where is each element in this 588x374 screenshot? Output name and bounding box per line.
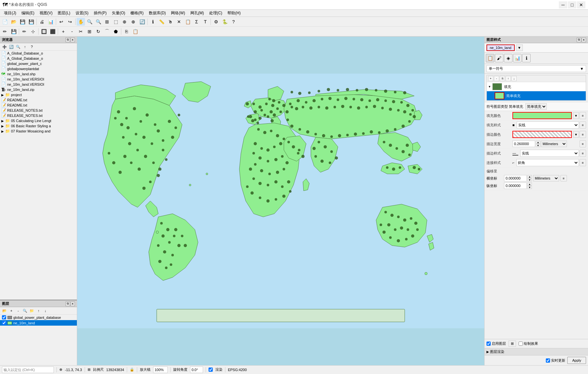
layers-tb-group[interactable]: 📁 <box>29 308 35 314</box>
symbol-tree-dup-btn[interactable]: ⎘ <box>500 76 505 81</box>
tb-pan[interactable]: ✋ <box>77 18 85 26</box>
menu-plugins[interactable]: 插件(P) <box>91 10 109 17</box>
layer-style-undock-btn[interactable]: ⧉ <box>577 38 581 42</box>
tb-simplify[interactable]: ⌒ <box>103 28 111 35</box>
stroke-width-options-btn[interactable]: ≡ <box>580 140 586 147</box>
tb-edit-mode[interactable]: ✏ <box>1 28 9 35</box>
tb-paste-feature[interactable]: 📋 <box>131 28 139 35</box>
render-checkbox[interactable] <box>209 368 213 372</box>
tb-zoom-full[interactable]: ⊞ <box>103 18 111 26</box>
draw-effects-checkbox[interactable] <box>519 342 523 346</box>
rotation-input[interactable] <box>190 367 203 373</box>
menu-project[interactable]: 项目(J) <box>1 10 19 17</box>
tree-item-05[interactable]: ▶ 📁 05 Calculating Line Lengt <box>0 118 77 123</box>
enable-layer-checkbox[interactable] <box>486 342 491 346</box>
join-style-select[interactable]: 斜角 <box>516 159 579 166</box>
tb-split[interactable]: ✂ <box>77 28 85 35</box>
fill-style-options-btn[interactable]: ≡ <box>580 121 586 129</box>
tree-item-5[interactable]: 📄 ne_10m_land.VERSIOI <box>0 77 77 82</box>
tb-deselect[interactable]: ✕ <box>175 18 183 26</box>
stroke-width-down[interactable]: ▼ <box>536 144 540 147</box>
tree-item-proj[interactable]: ▶ 📁 project <box>0 92 77 97</box>
layers-close-btn[interactable]: ✕ <box>70 302 75 306</box>
map-area[interactable] <box>77 37 484 365</box>
browser-tb-help[interactable]: ? <box>29 44 35 50</box>
tb-delete-feature[interactable]: - <box>68 28 76 35</box>
fill-color-options-btn[interactable]: ≡ <box>580 112 586 119</box>
stroke-color-picker[interactable] <box>512 131 572 138</box>
menu-view[interactable]: 视图(V) <box>37 10 55 17</box>
offset-x-up[interactable]: ▲ <box>527 175 532 178</box>
menu-layer[interactable]: 图层(L) <box>55 10 73 17</box>
layers-tb-add[interactable]: + <box>8 308 15 314</box>
enable-layer-label-group[interactable]: 启用图层 <box>486 341 506 346</box>
tree-item-release2[interactable]: 📝 RELEASE_NOTES.txt <box>0 113 77 118</box>
browser-undock-btn[interactable]: ⧉ <box>66 38 70 42</box>
layer-item-global[interactable]: global_power_plant_database <box>0 315 77 320</box>
tb-snap2[interactable]: ⬛ <box>48 28 57 35</box>
offset-x-unit[interactable]: Millimeters <box>533 175 559 181</box>
stroke-width-unit-select[interactable]: Millimeters <box>541 141 567 147</box>
tb-measure[interactable]: 📏 <box>157 18 166 26</box>
offset-x-options[interactable]: ≡ <box>560 175 567 181</box>
stroke-width-up[interactable]: ▲ <box>536 141 540 144</box>
tb-identify[interactable]: ℹ <box>149 18 157 26</box>
fill-color-picker[interactable] <box>512 112 572 119</box>
symbol-tree-parent-row[interactable]: ▼ 填充 <box>487 82 586 91</box>
tb-save-edits[interactable]: 💾 <box>9 28 18 35</box>
layers-tb-remove[interactable]: - <box>15 308 21 314</box>
realtime-update-checkbox[interactable] <box>546 358 550 363</box>
symbol-tree-child-row[interactable]: 简单填充 <box>487 91 586 100</box>
tb-refresh[interactable]: 🔄 <box>138 18 146 26</box>
layer-checkbox-ne10m[interactable] <box>2 321 6 325</box>
tb-help[interactable]: ? <box>229 18 238 26</box>
stroke-style-options-btn[interactable]: ≡ <box>580 150 586 157</box>
tree-item-shp[interactable]: 🗺 ne_10m_land.shp <box>0 71 77 77</box>
symbol-tree-add-btn[interactable]: + <box>488 76 493 81</box>
style-icon-info[interactable]: ℹ <box>522 54 531 62</box>
join-style-options-btn[interactable]: ≡ <box>580 159 586 166</box>
tb-snap[interactable]: 🔲 <box>40 28 48 35</box>
tree-item-3[interactable]: 📄 global_power_plant_c <box>0 61 77 66</box>
layer-checkbox-global[interactable] <box>2 315 6 319</box>
tree-item-release1[interactable]: 📝 RELEASE_NOTES.txt <box>0 108 77 113</box>
tb-rotate[interactable]: ↻ <box>94 28 102 35</box>
fill-style-select[interactable]: 实线 <box>517 121 579 129</box>
symbol-type-select[interactable]: 简单填充 <box>525 103 547 110</box>
layer-item-ne10m[interactable]: ne_10m_land <box>0 320 77 326</box>
tree-item-readme2[interactable]: 📝 README.txt <box>0 103 77 108</box>
browser-tb-filter[interactable]: 🔍 <box>15 44 21 50</box>
offset-y-up[interactable]: ▲ <box>527 182 532 186</box>
style-icon-brush[interactable]: 🖌 <box>495 54 503 62</box>
stroke-color-options-btn[interactable]: ≡ <box>580 131 586 138</box>
symbol-tree-remove-btn[interactable]: - <box>494 76 499 81</box>
draw-effects-label-group[interactable]: 绘制效果 <box>519 341 538 346</box>
style-icon-3d[interactable]: ◈ <box>504 54 512 62</box>
tb-save-as[interactable]: 💾 <box>27 18 35 26</box>
tb-label[interactable]: T <box>201 18 210 26</box>
selected-layer-tab[interactable]: ne_10m_land <box>486 44 515 51</box>
menu-help[interactable]: 帮助(H) <box>225 10 243 17</box>
tb-digitize[interactable]: ✏ <box>20 28 29 35</box>
magnifier-input[interactable] <box>153 367 168 373</box>
tb-select-feature[interactable]: 🖱 <box>166 18 174 26</box>
browser-tb-refresh[interactable]: 🔄 <box>8 44 15 50</box>
tree-item-zip[interactable]: 🗜 ne_10m_land.zip <box>0 87 77 92</box>
tb-zoom-in[interactable]: 🔍 <box>85 18 94 26</box>
apply-button[interactable]: Apply <box>567 357 586 364</box>
offset-y-down[interactable]: ▼ <box>527 186 532 189</box>
tb-copy-feature[interactable]: ⎘ <box>122 28 131 35</box>
minimize-button[interactable]: ─ <box>559 1 567 8</box>
layers-tb-filter[interactable]: 🔍 <box>22 308 28 314</box>
tb-print[interactable]: 🖨 <box>38 18 46 26</box>
layer-selector-dropdown[interactable]: ▼ <box>516 44 523 51</box>
stroke-color-expr-btn[interactable]: ▼ <box>573 131 579 138</box>
tb-move[interactable]: ⊹ <box>29 28 37 35</box>
tree-item-6[interactable]: 📄 ne_10m_land.VERSIOI <box>0 82 77 87</box>
layer-rendering-section[interactable]: ▶ 图层渲染 <box>485 348 588 355</box>
tb-settings2[interactable]: ⚙ <box>212 18 220 26</box>
tb-zoom-out[interactable]: 🔍 <box>94 18 102 26</box>
tb-attribute-table[interactable]: 📋 <box>184 18 192 26</box>
browser-close-btn[interactable]: ✕ <box>70 38 75 42</box>
browser-tb-collapse[interactable]: ↑ <box>22 44 28 50</box>
